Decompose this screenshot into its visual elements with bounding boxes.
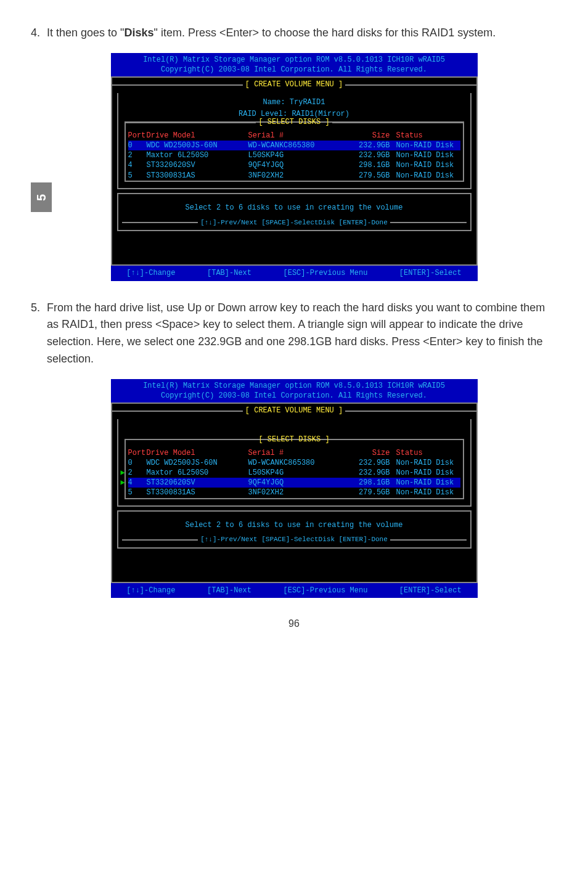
step-number: 5.: [31, 300, 47, 369]
header-line-1: Intel(R) Matrix Storage Manager option R…: [115, 381, 474, 391]
disk-header-row: PortDrive ModelSerial #SizeStatus: [128, 448, 460, 458]
text-part: " item. Press <Enter> to choose the hard…: [154, 27, 496, 39]
bios-header: Intel(R) Matrix Storage Manager option R…: [111, 379, 478, 403]
disk-row[interactable]: 4ST3320620SV9QF4YJGQ298.1GBNon-RAID Disk: [128, 160, 460, 170]
disk-header-row: PortDrive ModelSerial #SizeStatus: [128, 131, 460, 141]
volume-fields: [ SELECT DISKS ] PortDrive ModelSerial #…: [117, 419, 472, 507]
col-size: Size: [353, 448, 396, 458]
bios-screen-1: Intel(R) Matrix Storage Manager option R…: [111, 53, 478, 281]
bios-footer: [↑↓]-Change [TAB]-Next [ESC]-Previous Me…: [111, 583, 478, 599]
disk-row-selected-highlight[interactable]: ▶ 4ST3320620SV9QF4YJGQ298.1GBNon-RAID Di…: [128, 478, 460, 488]
select-disks-title: [ SELECT DISKS ]: [126, 434, 463, 446]
bold-disks: Disks: [124, 27, 153, 39]
footer-prev: [ESC]-Previous Menu: [284, 585, 368, 597]
col-size: Size: [353, 131, 396, 141]
header-line-1: Intel(R) Matrix Storage Manager option R…: [115, 55, 474, 65]
bios-outer-frame: [ CREATE VOLUME MENU ] [ SELECT DISKS ] …: [111, 403, 478, 582]
step-text: It then goes to "Disks" item. Press <Ent…: [47, 25, 557, 42]
text-part: It then goes to ": [47, 27, 124, 39]
disk-row[interactable]: 5ST3300831AS3NF02XH2279.5GBNon-RAID Disk: [128, 488, 460, 497]
selection-triangle-icon: ▶: [121, 468, 125, 478]
step-5: 5. From the hard drive list, use Up or D…: [31, 300, 557, 369]
nav-help: [↑↓]-Prev/Next [SPACE]-SelectDisk [ENTER…: [122, 535, 467, 544]
selection-triangle-icon: ▶: [121, 478, 125, 488]
select-disks-panel: [ SELECT DISKS ] PortDrive ModelSerial #…: [125, 439, 464, 499]
nav-msg: [↑↓]-Prev/Next [SPACE]-SelectDisk [ENTER…: [198, 535, 390, 544]
select-disks-panel: [ SELECT DISKS ] PortDrive ModelSerial #…: [125, 121, 464, 182]
col-port: Port: [128, 448, 147, 458]
disks-title: [ SELECT DISKS ]: [256, 434, 332, 446]
disk-row[interactable]: 5ST3300831AS3NF02XH2279.5GBNon-RAID Disk: [128, 171, 460, 181]
select-instruction: Select 2 to 6 disks to use in creating t…: [122, 203, 467, 213]
bios-outer-frame: [ CREATE VOLUME MENU ] Name: TryRAID1 RA…: [111, 76, 478, 266]
chapter-tab: 5: [31, 182, 52, 212]
disk-row[interactable]: 0WDC WD2500JS-60NWD-WCANKC865380232.9GBN…: [128, 458, 460, 468]
disk-row[interactable]: 2Maxtor 6L250S0L50SKP4G232.9GBNon-RAID D…: [128, 150, 460, 160]
disk-row[interactable]: 0WDC WD2500JS-60NWD-WCANKC865380232.9GBN…: [128, 141, 460, 150]
step-4: 4. It then goes to "Disks" item. Press <…: [31, 25, 557, 42]
footer-prev: [ESC]-Previous Menu: [284, 268, 368, 279]
page-number: 96: [31, 616, 557, 632]
col-model: Drive Model: [147, 131, 248, 141]
step-text: From the hard drive list, use Up or Down…: [47, 300, 557, 369]
col-status: Status: [396, 448, 460, 458]
disks-title: [ SELECT DISKS ]: [256, 116, 332, 128]
col-port: Port: [128, 131, 147, 141]
instruction-panel: Select 2 to 6 disks to use in creating t…: [117, 193, 472, 231]
footer-change: [↑↓]-Change: [126, 268, 175, 279]
menu-title: [ CREATE VOLUME MENU ]: [243, 405, 345, 417]
bios-header: Intel(R) Matrix Storage Manager option R…: [111, 53, 478, 76]
header-line-2: Copyright(C) 2003-08 Intel Corporation. …: [115, 391, 474, 401]
menu-title: [ CREATE VOLUME MENU ]: [243, 79, 345, 91]
footer-next: [TAB]-Next: [207, 585, 251, 597]
select-instruction: Select 2 to 6 disks to use in creating t…: [122, 520, 467, 531]
instruction-panel: Select 2 to 6 disks to use in creating t…: [117, 510, 472, 549]
nav-msg: [↑↓]-Prev/Next [SPACE]-SelectDisk [ENTER…: [198, 218, 390, 227]
create-volume-title: [ CREATE VOLUME MENU ]: [112, 79, 476, 91]
bios-footer: [↑↓]-Change [TAB]-Next [ESC]-Previous Me…: [111, 266, 478, 281]
name-field: Name: TryRAID1: [122, 97, 467, 107]
volume-fields: Name: TryRAID1 RAID Level: RAID1(Mirror)…: [117, 93, 472, 189]
bios-screen-2: Intel(R) Matrix Storage Manager option R…: [111, 379, 478, 598]
create-volume-title: [ CREATE VOLUME MENU ]: [112, 405, 476, 417]
nav-help: [↑↓]-Prev/Next [SPACE]-SelectDisk [ENTER…: [122, 218, 467, 227]
disk-row-selected[interactable]: ▶ 2Maxtor 6L250S0L50SKP4G232.9GBNon-RAID…: [128, 468, 460, 478]
footer-next: [TAB]-Next: [207, 268, 251, 279]
col-serial: Serial #: [248, 448, 353, 458]
footer-select: [ENTER]-Select: [399, 268, 462, 279]
step-number: 4.: [31, 25, 47, 42]
footer-change: [↑↓]-Change: [126, 585, 175, 597]
col-status: Status: [396, 131, 460, 141]
footer-select: [ENTER]-Select: [399, 585, 462, 597]
select-disks-title: [ SELECT DISKS ]: [126, 116, 463, 128]
col-model: Drive Model: [147, 448, 248, 458]
col-serial: Serial #: [248, 131, 353, 141]
header-line-2: Copyright(C) 2003-08 Intel Corporation. …: [115, 65, 474, 75]
